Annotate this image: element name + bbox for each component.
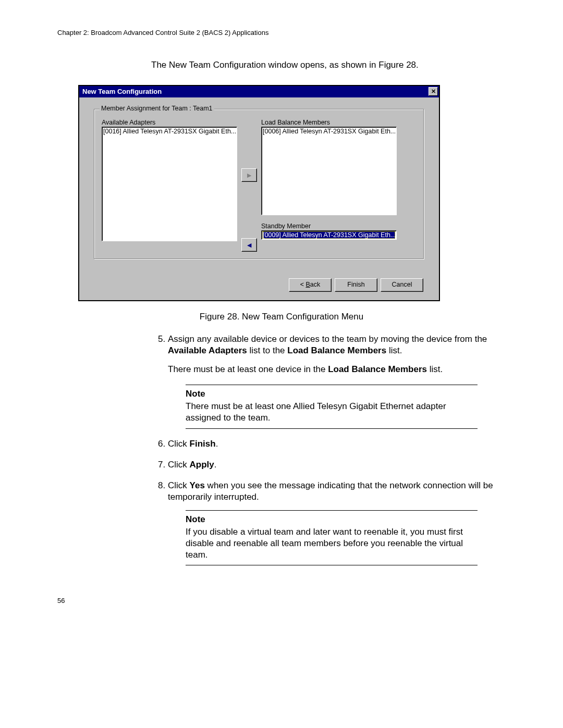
step6-text-c: . xyxy=(216,439,218,449)
step5-text-a: Assign any available device or devices t… xyxy=(168,334,487,344)
back-button[interactable]: < Back xyxy=(289,278,332,292)
standby-member-label: Standby Member xyxy=(261,223,397,230)
step8-text-c: when you see the message indicating that… xyxy=(168,480,493,502)
step5-para-c: list. xyxy=(427,364,443,374)
cancel-button[interactable]: Cancel xyxy=(381,278,423,292)
group-legend: Member Assignment for Team : Team1 xyxy=(100,105,214,112)
close-icon[interactable]: ✕ xyxy=(429,87,438,96)
step-5: Assign any available device or devices t… xyxy=(168,334,506,429)
page-number: 56 xyxy=(57,597,506,604)
step5-bold-1: Available Adapters xyxy=(168,346,247,355)
available-adapters-list[interactable]: [0016] Allied Telesyn AT-2931SX Gigabit … xyxy=(102,127,237,241)
new-team-config-dialog: New Team Configuration ✕ Member Assignme… xyxy=(78,85,440,301)
note-1: Note There must be at least one Allied T… xyxy=(186,385,478,428)
triangle-right-icon: ▶ xyxy=(247,172,251,179)
finish-button[interactable]: Finish xyxy=(335,278,377,292)
steps-section: Assign any available device or devices t… xyxy=(151,334,506,565)
chapter-header: Chapter 2: Broadcom Advanced Control Sui… xyxy=(57,29,506,36)
step-8: Click Yes when you see the message indic… xyxy=(168,480,506,566)
step6-text-a: Click xyxy=(168,439,190,449)
dialog-title: New Team Configuration xyxy=(82,88,162,95)
step-7: Click Apply. xyxy=(168,459,506,471)
step8-text-a: Click xyxy=(168,480,190,490)
figure-caption: Figure 28. New Team Configuration Menu xyxy=(57,312,506,322)
back-button-pre: < xyxy=(300,281,306,288)
move-left-button[interactable]: ◀ xyxy=(241,238,257,252)
dialog-titlebar: New Team Configuration ✕ xyxy=(79,86,439,97)
note-body: If you disable a virtual team and later … xyxy=(186,526,478,561)
note-title: Note xyxy=(186,388,478,400)
intro-paragraph: The New Team Configuration window opens,… xyxy=(151,60,506,70)
step5-para-bold: Load Balance Members xyxy=(328,364,427,374)
step-6: Click Finish. xyxy=(168,438,506,450)
move-right-button[interactable]: ▶ xyxy=(241,168,257,182)
step5-bold-2: Load Balance Members xyxy=(287,346,386,355)
note-2: Note If you disable a virtual team and l… xyxy=(186,510,478,565)
list-item[interactable]: [0016] Allied Telesyn AT-2931SX Gigabit … xyxy=(103,128,236,135)
note-title: Note xyxy=(186,514,478,525)
step8-bold: Yes xyxy=(190,480,205,490)
step7-text-a: Click xyxy=(168,460,190,470)
list-item[interactable]: [0006] Allied Telesyn AT-2931SX Gigabit … xyxy=(263,128,395,135)
back-button-underline: B xyxy=(305,281,310,288)
step5-text-c: list to the xyxy=(247,346,287,355)
triangle-left-icon: ◀ xyxy=(247,242,251,249)
back-button-post: ack xyxy=(310,281,320,288)
load-balance-list[interactable]: [0006] Allied Telesyn AT-2931SX Gigabit … xyxy=(261,127,397,215)
note-body: There must be at least one Allied Telesy… xyxy=(186,401,478,424)
standby-member-list[interactable]: [0009] Allied Telesyn AT-2931SX Gigabit … xyxy=(261,230,397,240)
step6-bold: Finish xyxy=(190,439,216,449)
list-item[interactable]: [0009] Allied Telesyn AT-2931SX Gigabit … xyxy=(263,231,395,239)
load-balance-label: Load Balance Members xyxy=(261,119,397,126)
step5-para-a: There must be at least one device in the xyxy=(168,364,328,374)
step5-text-d: list. xyxy=(386,346,402,355)
member-assignment-group: Member Assignment for Team : Team1 Avail… xyxy=(94,109,424,260)
step7-text-c: . xyxy=(214,460,217,470)
step7-bold: Apply xyxy=(190,460,214,470)
available-adapters-label: Available Adapters xyxy=(102,119,237,126)
